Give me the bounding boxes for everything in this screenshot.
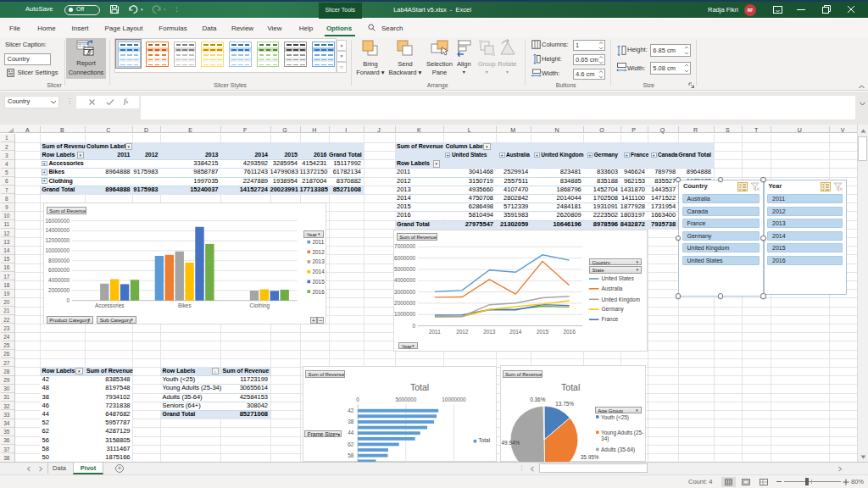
svg-text:2015: 2015	[537, 329, 549, 335]
svg-text:2012: 2012	[313, 249, 326, 255]
svg-text:14000000: 14000000	[46, 227, 70, 233]
svg-text:4000000: 4000000	[48, 277, 70, 283]
svg-text:4000000: 4000000	[394, 277, 415, 283]
svg-text:5000000: 5000000	[394, 266, 415, 272]
svg-text:10000000: 10000000	[442, 396, 466, 402]
svg-text:2016: 2016	[563, 329, 576, 335]
svg-text:5000000: 5000000	[395, 396, 416, 402]
svg-text:0: 0	[356, 396, 359, 402]
svg-text:United Kingdom: United Kingdom	[602, 297, 640, 303]
svg-text:0: 0	[66, 297, 70, 303]
svg-text:Adults (35-64): Adults (35-64)	[601, 446, 635, 453]
svg-text:2000000: 2000000	[394, 300, 415, 306]
svg-text:6000000: 6000000	[48, 267, 70, 273]
svg-text:3000000: 3000000	[394, 289, 415, 295]
svg-text:13.75%: 13.75%	[556, 402, 575, 408]
svg-text:Bikes: Bikes	[178, 302, 192, 308]
svg-text:2012: 2012	[456, 329, 469, 335]
svg-text:2000000: 2000000	[48, 287, 70, 293]
svg-text:Clothing: Clothing	[250, 302, 270, 309]
svg-text:2013: 2013	[313, 258, 326, 264]
svg-text:2014: 2014	[313, 269, 326, 274]
svg-text:7000000: 7000000	[394, 243, 415, 249]
svg-text:2011: 2011	[429, 329, 441, 335]
svg-text:United States: United States	[602, 275, 634, 281]
svg-text:France: France	[602, 316, 619, 322]
svg-text:34): 34)	[601, 435, 609, 442]
svg-text:Accessories: Accessories	[95, 302, 124, 308]
svg-text:0.36%: 0.36%	[531, 396, 546, 402]
svg-text:8000000: 8000000	[48, 258, 70, 263]
svg-text:Youth (<25): Youth (<25)	[601, 414, 629, 421]
svg-text:6000000: 6000000	[394, 255, 415, 261]
svg-text:49.94%: 49.94%	[502, 440, 520, 446]
svg-text:Total: Total	[478, 438, 489, 444]
svg-text:Germany: Germany	[602, 306, 625, 313]
svg-text:2011: 2011	[313, 239, 325, 245]
svg-text:Total: Total	[410, 383, 429, 392]
svg-text:44: 44	[348, 430, 354, 435]
svg-text:0: 0	[412, 323, 415, 329]
svg-text:10000000: 10000000	[46, 247, 70, 253]
svg-text:58: 58	[348, 452, 354, 458]
svg-text:38: 38	[348, 419, 354, 424]
svg-text:12000000: 12000000	[46, 237, 70, 243]
svg-text:42: 42	[348, 408, 354, 413]
svg-text:62: 62	[348, 441, 354, 447]
svg-text:16000000: 16000000	[46, 218, 70, 224]
svg-text:Australia: Australia	[602, 286, 623, 291]
svg-text:2013: 2013	[483, 329, 496, 335]
svg-text:2016: 2016	[313, 289, 326, 295]
svg-text:1000000: 1000000	[394, 311, 415, 317]
svg-text:2014: 2014	[509, 329, 522, 335]
svg-text:2015: 2015	[313, 279, 326, 285]
svg-text:Total: Total	[562, 383, 581, 392]
svg-text:35.95%: 35.95%	[581, 455, 599, 461]
